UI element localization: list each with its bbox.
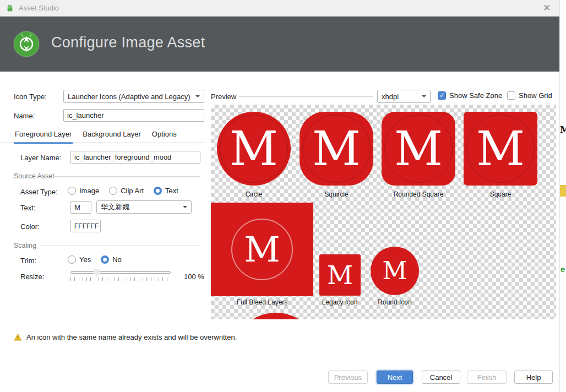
- icon-type-label: Icon Type:: [14, 92, 47, 101]
- resize-label: Resize:: [20, 273, 44, 281]
- resize-slider-track[interactable]: [70, 271, 171, 274]
- text-input[interactable]: M: [70, 201, 91, 214]
- tab-background-layer[interactable]: Background Layer: [81, 130, 142, 144]
- preview-canvas[interactable]: M Circle M Squircle M Rounded Square M S…: [211, 105, 556, 319]
- tabs-divider: [0, 143, 205, 143]
- icon-type-dropdown[interactable]: Launcher Icons (Adaptive and Legacy): [63, 90, 204, 103]
- next-button[interactable]: Next: [377, 371, 413, 384]
- trim-radio-group: Yes No: [68, 255, 122, 264]
- radio-trim-yes-dot: [68, 255, 76, 264]
- tile-label-full-bleed: Full Bleed Layers: [221, 298, 303, 306]
- tab-foreground-layer[interactable]: Foreground Layer: [14, 130, 73, 144]
- android-icon: [6, 4, 14, 13]
- radio-image-label: Image: [79, 187, 99, 195]
- radio-trim-yes-label: Yes: [79, 255, 91, 264]
- radio-trim-no[interactable]: No: [101, 255, 122, 264]
- tile-label-squircle: Squircle: [295, 190, 378, 198]
- name-label: Name:: [14, 112, 35, 120]
- resize-value: 100 %: [184, 273, 204, 281]
- show-grid-label: Show Grid: [519, 91, 552, 100]
- radio-image[interactable]: Image: [68, 187, 99, 195]
- tile-label-square: Square: [459, 190, 542, 198]
- color-value: FFFFFF: [74, 222, 99, 230]
- preview-divider: [239, 96, 373, 97]
- layer-name-label: Layer Name:: [20, 154, 61, 162]
- radio-text[interactable]: Text: [154, 187, 178, 195]
- previous-button[interactable]: Previous: [328, 371, 368, 384]
- layer-name-input[interactable]: ic_launcher_foreground_mood: [70, 151, 200, 164]
- tile-label-circle: Circle: [213, 190, 295, 198]
- resize-slider[interactable]: [70, 269, 171, 280]
- asset-type-label: Asset Type:: [20, 188, 58, 196]
- radio-clip-art-label: Clip Art: [121, 187, 144, 195]
- tile-label-rounded-square: Rounded Square: [377, 190, 460, 198]
- warning-text: An icon with the same name already exist…: [26, 333, 237, 341]
- source-asset-section-label: Source Asset: [14, 172, 55, 180]
- color-input[interactable]: FFFFFF: [70, 220, 101, 232]
- density-value: xhdpi: [382, 92, 399, 101]
- show-grid-checkbox[interactable]: [507, 91, 515, 100]
- radio-trim-no-label: No: [112, 255, 122, 264]
- radio-text-label: Text: [165, 187, 178, 195]
- icon-type-value: Launcher Icons (Adaptive and Legacy): [68, 92, 191, 101]
- scaling-section-label: Scaling: [14, 242, 36, 249]
- launcher-icon-round: M: [371, 247, 419, 295]
- safe-zone-ring: [220, 115, 287, 182]
- font-dropdown[interactable]: 华文新魏: [96, 200, 192, 214]
- text-value: M: [74, 203, 80, 211]
- show-safe-zone-checkbox[interactable]: [438, 91, 446, 100]
- warning-row: An icon with the same name already exist…: [14, 333, 237, 341]
- icon-glyph: M: [327, 263, 353, 288]
- radio-clip-art-dot: [109, 187, 117, 195]
- launcher-icon-circle: M: [217, 112, 291, 186]
- radio-image-dot: [68, 187, 76, 195]
- resize-slider-thumb[interactable]: [94, 269, 100, 277]
- page-title: Configure Image Asset: [51, 34, 205, 51]
- cancel-button[interactable]: Cancel: [422, 371, 460, 384]
- text-label: Text:: [20, 204, 35, 212]
- close-icon[interactable]: ✕: [540, 2, 554, 14]
- safe-zone-ring: [231, 219, 293, 280]
- safe-zone-ring: [302, 115, 370, 182]
- launcher-icon-squircle: M: [300, 112, 373, 186]
- launcher-icon-square: M: [464, 112, 537, 186]
- source-asset-divider: [53, 176, 200, 177]
- show-safe-zone-option[interactable]: Show Safe Zone: [438, 91, 502, 100]
- density-dropdown[interactable]: xhdpi: [377, 90, 431, 103]
- icon-glyph: M: [382, 259, 407, 283]
- tile-label-round: Round Icon: [353, 298, 436, 306]
- window-titlebar: Asset Studio ✕: [0, 0, 559, 17]
- color-label: Color:: [20, 222, 40, 231]
- tab-options[interactable]: Options: [151, 130, 178, 144]
- help-button[interactable]: Help: [514, 371, 553, 384]
- launcher-icon-full-bleed: M: [211, 203, 313, 296]
- safe-zone-ring: [384, 115, 452, 182]
- radio-clip-art[interactable]: Clip Art: [109, 187, 144, 195]
- finish-button[interactable]: Finish: [467, 371, 507, 384]
- radio-trim-no-dot: [101, 255, 109, 264]
- show-safe-zone-label: Show Safe Zone: [449, 91, 502, 100]
- launcher-icon-rounded-square: M: [382, 112, 455, 186]
- asset-type-radio-group: Image Clip Art Text: [68, 187, 178, 195]
- background-window-warning-stripe: [560, 185, 566, 197]
- radio-text-dot: [154, 187, 162, 195]
- layer-name-value: ic_launcher_foreground_mood: [74, 153, 171, 161]
- dialog-header: Configure Image Asset: [0, 17, 559, 72]
- background-window-text-fragment: e: [560, 264, 565, 274]
- radio-trim-yes[interactable]: Yes: [68, 255, 91, 264]
- window-title: Asset Studio: [19, 4, 59, 12]
- scaling-divider: [40, 246, 200, 246]
- show-grid-option[interactable]: Show Grid: [507, 91, 552, 100]
- name-input[interactable]: ic_launcher: [63, 109, 204, 122]
- preview-label: Preview: [211, 92, 236, 101]
- resize-slider-ticks: [70, 277, 171, 281]
- background-window-text-fragment: M: [560, 124, 566, 135]
- trim-label: Trim:: [20, 257, 36, 265]
- layer-tabs: Foreground Layer Background Layer Option…: [14, 130, 178, 144]
- warning-icon: [14, 333, 22, 341]
- launcher-icon-partial: [232, 313, 320, 319]
- font-value: 华文新魏: [101, 202, 129, 212]
- name-value: ic_launcher: [67, 111, 104, 119]
- android-studio-logo-icon: [13, 31, 40, 57]
- safe-zone-ring: [466, 115, 534, 182]
